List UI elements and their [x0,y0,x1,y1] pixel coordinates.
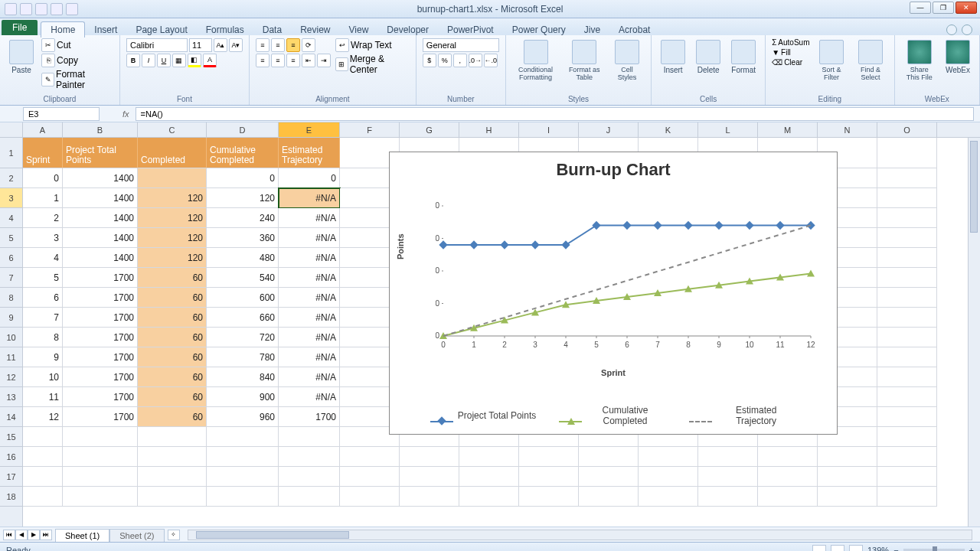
col-header-F[interactable]: F [340,122,400,137]
row-header-5[interactable]: 5 [0,228,22,248]
cell[interactable]: 240 [207,208,279,228]
cell[interactable]: 60 [138,328,207,347]
cell[interactable] [877,427,937,447]
row-header-11[interactable]: 11 [0,347,22,367]
cell[interactable] [207,447,279,467]
zoom-level[interactable]: 139% [867,546,889,552]
cell[interactable]: 1700 [63,367,138,387]
cell[interactable] [639,487,698,507]
cell[interactable] [279,467,340,487]
cell[interactable] [758,487,818,507]
cell[interactable] [698,467,758,487]
undo-icon[interactable] [35,3,47,15]
cell[interactable]: 1400 [63,188,138,208]
cell[interactable] [459,487,519,507]
merge-center-button[interactable]: ⊞Merge & Center [335,54,410,75]
zoom-slider-thumb[interactable] [933,546,937,552]
col-header-B[interactable]: B [63,122,138,137]
cell[interactable]: 720 [207,328,279,347]
cell[interactable] [400,447,459,467]
italic-button[interactable]: I [142,54,155,67]
cell[interactable]: #N/A [279,248,340,268]
help-icon[interactable] [962,24,972,35]
cell[interactable] [340,467,400,487]
zoom-in-button[interactable]: + [969,546,974,552]
cell[interactable] [877,467,937,487]
cell[interactable] [758,467,818,487]
cell[interactable] [23,427,63,447]
cell[interactable] [877,168,937,188]
view-normal-icon[interactable] [812,545,826,552]
cell[interactable]: 4 [23,248,63,268]
row-header-10[interactable]: 10 [0,328,22,347]
cell[interactable] [519,487,579,507]
cell[interactable] [877,367,937,387]
format-cells-button[interactable]: Format [728,38,759,76]
row-header-18[interactable]: 18 [0,487,22,507]
cell[interactable]: #N/A [279,268,340,288]
excel-icon[interactable] [5,3,17,15]
cell[interactable]: 0 [23,168,63,188]
insert-cells-button[interactable]: Insert [658,38,688,76]
align-bottom-icon[interactable]: ≡ [286,38,300,52]
cell[interactable] [818,467,877,487]
save-icon[interactable] [20,3,32,15]
cell[interactable]: 11 [23,387,63,407]
minimize-button[interactable]: — [910,2,931,14]
row-header-6[interactable]: 6 [0,248,22,268]
cell[interactable] [818,447,877,467]
cell[interactable]: 120 [138,208,207,228]
cell[interactable]: 60 [138,407,207,427]
percent-icon[interactable]: % [438,54,452,67]
cell[interactable] [877,138,937,168]
cell[interactable]: 1700 [63,268,138,288]
font-size-input[interactable] [189,38,212,52]
paste-button[interactable]: Paste [6,38,37,76]
cell-styles-button[interactable]: Cell Styles [609,38,645,83]
currency-icon[interactable]: $ [423,54,436,67]
cell[interactable] [639,447,698,467]
cell[interactable] [877,308,937,328]
col-header-G[interactable]: G [400,122,459,137]
col-header-H[interactable]: H [459,122,519,137]
cell[interactable] [877,487,937,507]
redo-icon[interactable] [51,3,63,15]
cell[interactable]: 60 [138,347,207,367]
qat-more-icon[interactable] [66,3,78,15]
cell[interactable]: 120 [138,188,207,208]
cell[interactable] [877,188,937,208]
cell[interactable] [63,427,138,447]
cell[interactable] [877,347,937,367]
cell[interactable] [63,467,138,487]
cell[interactable] [519,467,579,487]
cell[interactable]: 0 [207,168,279,188]
cell[interactable]: 60 [138,268,207,288]
cell[interactable] [877,228,937,248]
col-header-O[interactable]: O [877,122,937,137]
col-header-K[interactable]: K [639,122,698,137]
row-header-9[interactable]: 9 [0,308,22,328]
cell[interactable] [340,487,400,507]
cell[interactable]: 1700 [63,407,138,427]
row-header-13[interactable]: 13 [0,387,22,407]
cell[interactable]: 1700 [63,387,138,407]
name-box[interactable]: E3 [23,107,100,121]
decrease-decimal-icon[interactable]: ←.0 [484,54,498,67]
copy-button[interactable]: ⎘Copy [41,54,113,67]
cell[interactable]: #N/A [279,288,340,308]
shrink-font-icon[interactable]: A▾ [229,38,243,52]
cell[interactable]: #N/A [279,228,340,248]
orientation-icon[interactable]: ⟳ [302,38,315,52]
cell[interactable]: 1400 [63,228,138,248]
cell[interactable] [138,487,207,507]
cell[interactable] [877,387,937,407]
align-middle-icon[interactable]: ≡ [271,38,285,52]
formula-input[interactable]: =NA() [136,107,974,121]
format-painter-button[interactable]: ✎Format Painter [41,69,113,90]
cell[interactable]: 8 [23,328,63,347]
cell[interactable] [23,467,63,487]
cell[interactable]: 660 [207,308,279,328]
grow-font-icon[interactable]: A▴ [214,38,227,52]
cell[interactable] [207,467,279,487]
new-sheet-button[interactable]: ✧ [168,530,180,540]
